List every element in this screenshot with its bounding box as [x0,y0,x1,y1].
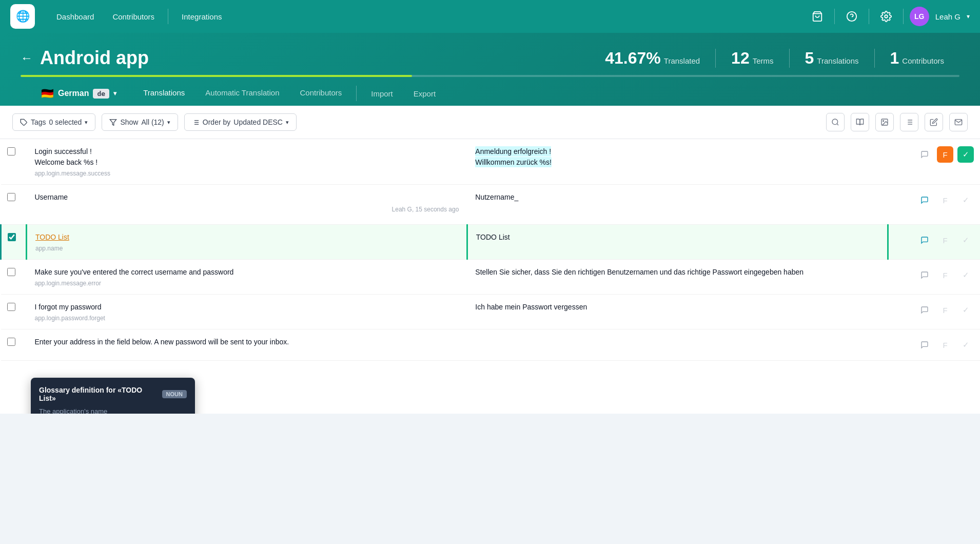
nav-divider-3 [903,9,904,24]
settings-icon [880,11,892,22]
list-icon [905,118,913,126]
verified-btn[interactable]: ✓ [957,232,974,248]
help-icon-btn[interactable] [841,6,863,27]
actions-cell: F ✓ [888,139,980,185]
username[interactable]: Leah G [933,12,963,21]
translations-label: Translations [817,56,858,65]
svg-point-3 [885,15,888,18]
toolbar: Tags 0 selected ▾ Show All (12) ▾ Order … [0,106,980,139]
language-selector[interactable]: 🇩🇪 German de ▾ [41,87,116,100]
comment-btn-active[interactable] [916,192,933,208]
translations-count: 5 [805,49,814,68]
mail-btn[interactable] [949,113,968,131]
avatar[interactable]: LG [910,7,929,26]
translations-table: Login successful !Welcome back %s ! app.… [0,139,980,361]
tags-label: Tags [31,118,46,126]
action-row: F ✓ [894,337,974,353]
source-key: app.login.message.success [35,170,459,177]
comment-btn-active2[interactable] [916,232,933,248]
stat-translations: 5 Translations [790,49,875,68]
nav-integrations[interactable]: Integrations [172,12,231,21]
search-btn[interactable] [826,113,845,131]
row-checkbox[interactable] [7,147,15,156]
action-row: F ✓ [894,267,974,283]
row-checkbox[interactable] [7,193,15,201]
nav-contributors[interactable]: Contributors [103,12,164,21]
actions-cell: F ✓ [888,225,980,260]
source-text: Enter your address in the field below. A… [35,337,459,347]
table-row: I forgot my password app.login.password.… [1,295,981,329]
fuzzy-btn[interactable]: F [937,146,953,163]
action-export[interactable]: Export [403,79,446,108]
fuzzy-btn[interactable]: F [937,337,953,353]
edit-btn[interactable] [925,113,943,131]
glossary-tooltip: Glossary definition for «TODO List» NOUN… [31,378,195,414]
nav-dashboard[interactable]: Dashboard [47,12,103,21]
translation-text: Stellen Sie sicher, dass Sie den richtig… [475,267,879,278]
comment-btn[interactable] [916,267,933,283]
action-import[interactable]: Import [361,79,403,108]
image-icon [880,118,889,126]
tag-icon [20,119,28,126]
verified-btn[interactable]: ✓ [957,302,974,318]
action-row: F ✓ [894,146,974,163]
terms-count: 12 [731,49,750,68]
row-checkbox-cell [1,295,27,329]
table-body: Login successful !Welcome back %s ! app.… [1,139,981,361]
screenshot-btn[interactable] [875,113,894,131]
translation-text: TODO List [476,232,879,243]
actions-cell: F ✓ [888,295,980,329]
table-row: Login successful !Welcome back %s ! app.… [1,139,981,185]
order-value: Updated DESC [233,118,283,126]
tab-automatic-translation[interactable]: Automatic Translation [195,79,289,108]
list-btn[interactable] [900,113,918,131]
todo-list-link[interactable]: TODO List [35,233,69,241]
translated-pct: 41.67% [605,49,661,68]
tab-contributors[interactable]: Contributors [290,79,352,108]
comment-btn[interactable] [916,337,933,353]
contributor-note: Leah G, 15 seconds ago [35,205,459,217]
content-area: Tags 0 selected ▾ Show All (12) ▾ Order … [0,106,980,414]
verified-btn[interactable]: ✓ [957,337,974,353]
hero-title-row: ← Android app 41.67% Translated 12 Terms… [21,47,959,69]
glossary-btn[interactable] [851,113,869,131]
sort-icon [192,119,200,126]
row-checkbox[interactable] [7,268,15,276]
comment-btn[interactable] [916,146,933,163]
top-nav: 🌐 Dashboard Contributors Integrations LG… [0,0,980,33]
translations-table-wrap: Login successful !Welcome back %s ! app.… [0,139,980,361]
comment-btn[interactable] [916,302,933,318]
app-logo[interactable]: 🌐 [10,4,35,29]
order-btn[interactable]: Order by Updated DESC ▾ [184,113,297,131]
verified-btn[interactable]: ✓ [957,267,974,283]
nav-divider-2 [869,9,869,24]
row-checkbox[interactable] [7,303,15,311]
table-row: Username Leah G, 15 seconds ago Nutzerna… [1,185,981,225]
row-checkbox[interactable] [7,338,15,346]
row-checkbox[interactable] [8,233,16,241]
show-filter-btn[interactable]: Show All (12) ▾ [102,113,178,131]
fuzzy-btn[interactable]: F [937,232,953,248]
lang-divider [356,86,357,101]
tab-translations[interactable]: Translations [133,79,195,108]
verified-btn[interactable]: ✓ [957,146,974,163]
project-title: Android app [40,47,149,69]
language-chevron-icon: ▾ [113,90,116,97]
translation-cell: TODO List [467,225,888,260]
back-button[interactable]: ← [21,51,33,65]
settings-icon-btn[interactable] [875,6,897,27]
tags-filter-btn[interactable]: Tags 0 selected ▾ [12,113,95,131]
source-cell: Login successful !Welcome back %s ! app.… [27,139,467,185]
cart-icon-btn[interactable] [807,6,828,27]
search-icon [831,118,839,126]
stat-terms: 12 Terms [716,49,789,68]
fuzzy-btn[interactable]: F [937,302,953,318]
mail-icon [954,118,963,126]
verified-btn[interactable]: ✓ [957,192,974,208]
row-checkbox-cell [1,185,27,225]
translated-label: Translated [664,56,700,65]
fuzzy-btn[interactable]: F [937,192,953,208]
fuzzy-btn[interactable]: F [937,267,953,283]
cart-icon [812,11,823,22]
hero-section: ← Android app 41.67% Translated 12 Terms… [0,33,980,106]
